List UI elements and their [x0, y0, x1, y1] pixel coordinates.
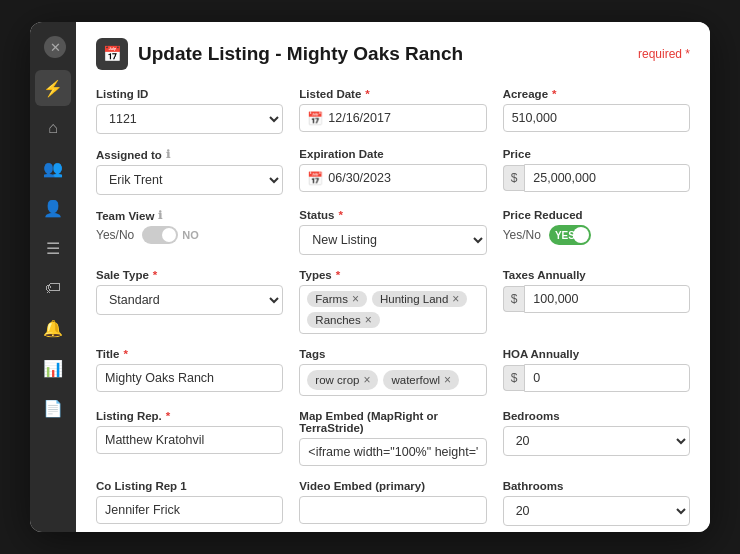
co-listing-rep-label: Co Listing Rep 1: [96, 480, 283, 492]
price-dollar-sign: $: [503, 165, 525, 191]
taxes-annually-input[interactable]: [524, 285, 690, 313]
acreage-group: Acreage *: [503, 88, 690, 134]
calendar-icon: 📅: [96, 38, 128, 70]
acreage-label: Acreage *: [503, 88, 690, 100]
taxes-annually-label: Taxes Annually: [503, 269, 690, 281]
chip-row-crop[interactable]: row crop ×: [307, 370, 378, 390]
status-label: Status *: [299, 209, 486, 221]
tags-group: Tags row crop × waterfowl ×: [299, 348, 486, 396]
bell-icon: 🔔: [43, 319, 63, 338]
required-label: required *: [638, 47, 690, 61]
bathrooms-select[interactable]: 20: [503, 496, 690, 526]
listed-date-label: Listed Date *: [299, 88, 486, 100]
price-reduced-toggle[interactable]: YES: [549, 225, 591, 245]
sidebar-item-dashboard[interactable]: ⚡: [35, 70, 71, 106]
chip-farms-remove[interactable]: ×: [352, 293, 359, 305]
listed-date-input-wrap: 📅: [299, 104, 486, 132]
types-chips-wrap[interactable]: Farms × Hunting Land × Ranches ×: [299, 285, 486, 334]
expiration-date-group: Expiration Date 📅: [299, 148, 486, 195]
calendar-expiry-icon: 📅: [307, 171, 323, 186]
types-label: Types *: [299, 269, 486, 281]
acreage-input[interactable]: [503, 104, 690, 132]
video-embed-input[interactable]: [299, 496, 486, 524]
expiration-date-input-wrap: 📅: [299, 164, 486, 192]
chip-ranches-remove[interactable]: ×: [365, 314, 372, 326]
team-view-info-icon[interactable]: ℹ: [158, 209, 162, 222]
sidebar-item-bell[interactable]: 🔔: [35, 310, 71, 346]
team-view-toggle[interactable]: NO: [142, 226, 199, 244]
sidebar-item-chart[interactable]: 📊: [35, 350, 71, 386]
chip-waterfowl-remove[interactable]: ×: [444, 374, 451, 386]
co-listing-rep-input[interactable]: [96, 496, 283, 524]
toggle-track[interactable]: [142, 226, 178, 244]
listed-date-group: Listed Date * 📅: [299, 88, 486, 134]
listed-date-input[interactable]: [299, 104, 486, 132]
hoa-annually-group: HOA Annually $: [503, 348, 690, 396]
assigned-to-info-icon[interactable]: ℹ: [166, 148, 170, 161]
listing-rep-required: *: [166, 410, 170, 422]
chip-ranches[interactable]: Ranches ×: [307, 312, 379, 328]
assigned-to-select[interactable]: Erik Trent: [96, 165, 283, 195]
chip-row-crop-remove[interactable]: ×: [363, 374, 370, 386]
video-embed-label: Video Embed (primary): [299, 480, 486, 492]
doc-icon: 📄: [43, 399, 63, 418]
hoa-dollar-sign: $: [503, 365, 525, 391]
listed-date-required: *: [365, 88, 369, 100]
dashboard-icon: ⚡: [43, 79, 63, 98]
price-input[interactable]: [524, 164, 690, 192]
person-icon: 👤: [43, 199, 63, 218]
bedrooms-select[interactable]: 20: [503, 426, 690, 456]
map-embed-input[interactable]: [299, 438, 486, 466]
chip-hunting-land[interactable]: Hunting Land ×: [372, 291, 467, 307]
chip-hunting-land-remove[interactable]: ×: [452, 293, 459, 305]
users-icon: 👥: [43, 159, 63, 178]
sale-type-group: Sale Type * Standard: [96, 269, 283, 334]
title-label: Title *: [96, 348, 283, 360]
assigned-to-label: Assigned to ℹ: [96, 148, 283, 161]
form-grid: Listing ID 1121 Listed Date * 📅: [96, 88, 690, 526]
price-group: Price $: [503, 148, 690, 195]
bedrooms-group: Bedrooms 20: [503, 410, 690, 466]
chip-farms[interactable]: Farms ×: [307, 291, 367, 307]
hoa-annually-input[interactable]: [524, 364, 690, 392]
listing-rep-label: Listing Rep. *: [96, 410, 283, 422]
price-reduced-group: Price Reduced Yes/No YES: [503, 209, 690, 255]
listing-id-label: Listing ID: [96, 88, 283, 100]
sidebar-item-person[interactable]: 👤: [35, 190, 71, 226]
toggle-knob-green: [573, 227, 589, 243]
sale-type-select[interactable]: Standard: [96, 285, 283, 315]
assigned-to-group: Assigned to ℹ Erik Trent: [96, 148, 283, 195]
taxes-dollar-sign: $: [503, 286, 525, 312]
co-listing-rep-group: Co Listing Rep 1: [96, 480, 283, 526]
tags-chips-wrap[interactable]: row crop × waterfowl ×: [299, 364, 486, 396]
sale-type-label: Sale Type *: [96, 269, 283, 281]
close-button[interactable]: ✕: [44, 36, 66, 58]
listing-id-select[interactable]: 1121: [96, 104, 283, 134]
bathrooms-group: Bathrooms 20: [503, 480, 690, 526]
toggle-knob: [162, 228, 176, 242]
expiration-date-input[interactable]: [299, 164, 486, 192]
title-input[interactable]: [96, 364, 283, 392]
title-required: *: [123, 348, 127, 360]
calendar-field-icon: 📅: [307, 111, 323, 126]
sidebar-item-home[interactable]: ⌂: [35, 110, 71, 146]
home-icon: ⌂: [48, 119, 58, 137]
sidebar: ⚡ ⌂ 👥 👤 ☰ 🏷 🔔 📊 📄: [30, 22, 76, 532]
bedrooms-label: Bedrooms: [503, 410, 690, 422]
sale-type-required: *: [153, 269, 157, 281]
listing-rep-input[interactable]: [96, 426, 283, 454]
sidebar-item-tag[interactable]: 🏷: [35, 270, 71, 306]
no-label: NO: [182, 229, 199, 241]
sidebar-item-doc[interactable]: 📄: [35, 390, 71, 426]
video-embed-group: Video Embed (primary): [299, 480, 486, 526]
acreage-required: *: [552, 88, 556, 100]
sidebar-item-users[interactable]: 👥: [35, 150, 71, 186]
status-group: Status * New Listing: [299, 209, 486, 255]
chip-waterfowl[interactable]: waterfowl ×: [383, 370, 459, 390]
sidebar-item-list[interactable]: ☰: [35, 230, 71, 266]
status-select[interactable]: New Listing: [299, 225, 486, 255]
types-group: Types * Farms × Hunting Land × Ranches ×: [299, 269, 486, 334]
price-label: Price: [503, 148, 690, 160]
close-icon: ✕: [50, 40, 61, 55]
tags-label: Tags: [299, 348, 486, 360]
